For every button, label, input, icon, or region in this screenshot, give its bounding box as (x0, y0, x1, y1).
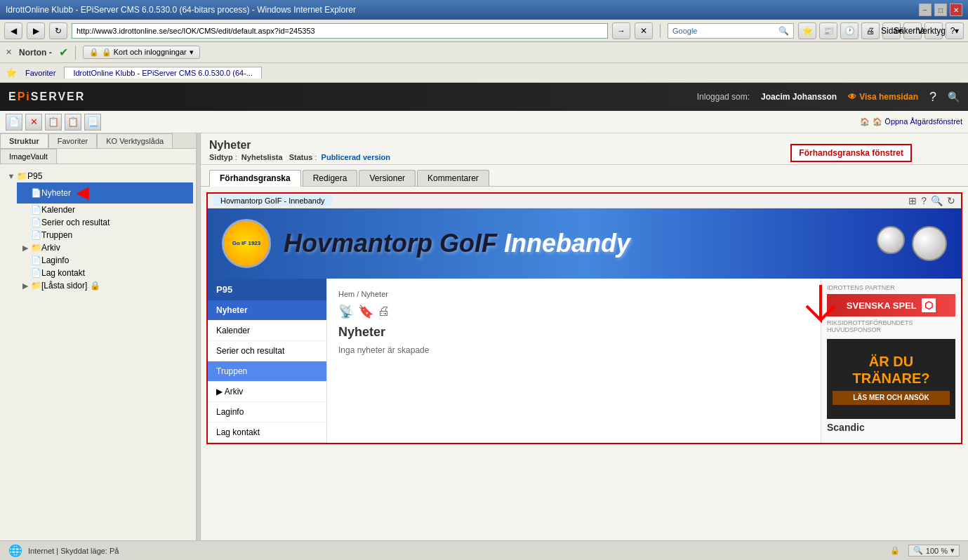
lock-icon: 🔒 (89, 48, 99, 57)
paste-button[interactable]: 📋 (65, 114, 81, 131)
favorites-label[interactable]: Favoriter (25, 69, 55, 77)
tab-forhandsgranska[interactable]: Förhandsgranska (209, 170, 301, 187)
sidebar-tabs: Struktur Favoriter KO Verktygslåda (0, 133, 196, 149)
status-bar: 🌐 Internet | Skyddat läge: På 🔒 🔍 100 % … (0, 540, 968, 560)
norton-close[interactable]: ✕ (6, 48, 12, 57)
tree-item-arkiv[interactable]: ▶ 📁 Arkiv (17, 241, 193, 254)
window-controls[interactable]: − □ ✕ (919, 4, 962, 16)
tree-root[interactable]: ▼ 📁 P95 (3, 170, 193, 182)
expand-icon: ▶ (20, 244, 31, 253)
address-input[interactable] (72, 23, 608, 39)
help-icon[interactable]: ? (921, 195, 927, 206)
site-header-banner: Go IF 1923 Hovmantorp GoIF Innebandy (208, 208, 961, 279)
kort-button[interactable]: 🔒 🔒 Kort och inloggningar ▾ (83, 46, 200, 59)
tab-redigera[interactable]: Redigera (303, 170, 358, 186)
tab-ko[interactable]: KO Verktygslåda (97, 133, 173, 148)
favorites-icon[interactable]: ⭐ (798, 22, 816, 39)
back-button[interactable]: ◀ (4, 22, 22, 39)
sidebar-second-row: ImageVault (0, 149, 196, 164)
rss-icon[interactable]: 📡 (338, 304, 354, 319)
refresh-icon[interactable]: ↻ (947, 195, 955, 206)
tree-item-truppen[interactable]: 📄 Truppen (17, 229, 193, 241)
toolbar-left: 📄 ✕ 📋 📋 📃 (6, 114, 101, 131)
bookmark-icon[interactable]: 🔖 (358, 304, 373, 319)
tree-item-laginfo[interactable]: 📄 Laginfo (17, 254, 193, 267)
tree-item-lagkontakt[interactable]: 📄 Lag kontakt (17, 267, 193, 279)
scandic-label: Scandic (827, 422, 955, 433)
table-icon[interactable]: ⊞ (908, 195, 917, 206)
news-title: Nyheter (338, 325, 809, 340)
ball-1 (877, 226, 905, 254)
fav-tab-1[interactable]: IdrottOnline Klubb - EPiServer CMS 6.0.5… (64, 67, 262, 79)
view-site-button[interactable]: 👁 Visa hemsidan (848, 92, 918, 102)
status-right: 🔒 🔍 100 % ▾ (890, 545, 960, 556)
properties-button[interactable]: 📃 (84, 114, 101, 131)
nav-item-truppen[interactable]: Truppen (208, 361, 326, 382)
refresh-button[interactable]: ↻ (49, 22, 67, 39)
toolbar-row: 📄 ✕ 📋 📋 📃 🏠 🏠 Öppna Åtgärdsfönstret (0, 111, 968, 133)
forward-button[interactable]: ▶ (27, 22, 45, 39)
nav-item-nyheter[interactable]: Nyheter (208, 300, 326, 321)
page-icon: 📄 (31, 255, 41, 265)
lock-icon: 🔒 (90, 281, 100, 291)
tree-item-nyheter[interactable]: 📄 Nyheter ◀ (17, 182, 193, 204)
page-meta: Sidtyp : Nyhetslista Status : Publicerad… (209, 153, 960, 161)
las-mer-button[interactable]: LÄS MER OCH ANSÖK (833, 391, 950, 405)
norton-label: Norton - (19, 48, 52, 58)
search-box[interactable]: Google 🔍 (668, 23, 794, 39)
print-icon[interactable]: 🖨 (378, 304, 390, 319)
print-icon[interactable]: 🖨 (861, 22, 880, 39)
zoom-dropdown-icon[interactable]: ▾ (950, 546, 955, 555)
tab-imagevault[interactable]: ImageVault (0, 149, 57, 164)
tab-struktur[interactable]: Struktur (0, 133, 48, 148)
tools-menu[interactable]: Verktyg▾ (924, 22, 943, 39)
house-icon: 🏠 (860, 117, 870, 126)
globe-icon: 🌐 (8, 544, 22, 557)
page-icon: 📄 (31, 268, 41, 278)
feeds-icon[interactable]: 📰 (819, 22, 837, 39)
maximize-button[interactable]: □ (934, 4, 947, 16)
tree-item-lasta[interactable]: ▶ 📁 [Låsta sidor] 🔒 (17, 279, 193, 292)
episerver-bar: EPiSERVER Inloggad som: Joacim Johansson… (0, 83, 968, 111)
favorites-star: ⭐ (6, 67, 17, 78)
riksidrotts-label: RIKSIDROTTSFÖRBUNDETS HUVUDSPONSOR (827, 319, 955, 333)
help-button[interactable]: ? (929, 90, 936, 105)
page-tree: ▼ 📁 P95 📄 Nyheter ◀ 📄 Kalender 📄 (0, 164, 196, 540)
go-button[interactable]: → (612, 22, 630, 39)
delete-button[interactable]: ✕ (25, 114, 42, 131)
nav-item-lagkontakt[interactable]: Lag kontakt (208, 422, 326, 443)
epi-search-button[interactable]: 🔍 (948, 91, 960, 102)
site-title: Hovmantorp GoIF Innebandy (284, 229, 630, 258)
nav-item-kalender[interactable]: Kalender (208, 321, 326, 341)
status-left: 🌐 Internet | Skyddat läge: På (8, 544, 119, 557)
address-bar: ◀ ▶ ↻ → ✕ Google 🔍 ⭐ 📰 🕐 🖨 Sida▾ Säkerhe… (0, 20, 968, 42)
open-action-button[interactable]: 🏠 🏠 Öppna Åtgärdsfönstret (860, 117, 962, 126)
search-icon[interactable]: 🔍 (778, 26, 789, 36)
close-button[interactable]: ✕ (950, 4, 962, 16)
tree-item-kalender[interactable]: 📄 Kalender (17, 204, 193, 216)
tab-favoriter[interactable]: Favoriter (48, 133, 97, 148)
new-page-button[interactable]: 📄 (6, 114, 22, 131)
zoom-control[interactable]: 🔍 100 % ▾ (908, 545, 960, 556)
minimize-button[interactable]: − (919, 4, 931, 16)
internet-status: Internet | Skyddat läge: På (28, 547, 119, 555)
nav-item-laginfo[interactable]: Laginfo (208, 402, 326, 422)
nav-item-arkiv[interactable]: ▶ Arkiv (208, 382, 326, 402)
tab-versioner[interactable]: Versioner (359, 170, 416, 186)
content-icons: 📡 🔖 🖨 (338, 304, 809, 319)
nav-item-serier[interactable]: Serier och resultat (208, 341, 326, 361)
copy-button[interactable]: 📋 (45, 114, 62, 131)
help-menu[interactable]: ?▾ (946, 22, 964, 39)
history-icon[interactable]: 🕐 (840, 22, 858, 39)
preview-sidebar-right: IDROTTENS PARTNER SVENSKA SPEL ⬡ RIKSIDR… (821, 279, 961, 443)
zoom-icon[interactable]: 🔍 (931, 195, 943, 206)
zoom-out-icon[interactable]: 🔍 (913, 546, 923, 555)
current-user: Joacim Johansson (761, 92, 837, 102)
tree-item-serier[interactable]: 📄 Serier och resultat (17, 216, 193, 229)
preview-layout: P95 Nyheter Kalender Serier och resultat… (208, 279, 961, 443)
preview-breadcrumb-tab[interactable]: Hovmantorp GoIF - Innebandy (213, 195, 332, 206)
preview-inner-toolbar: Hovmantorp GoIF - Innebandy ⊞ ? 🔍 ↻ (208, 194, 961, 208)
stop-button[interactable]: ✕ (635, 22, 653, 39)
tab-kommentarer[interactable]: Kommentarer (417, 170, 489, 186)
page-icon: 📄 (31, 188, 41, 198)
